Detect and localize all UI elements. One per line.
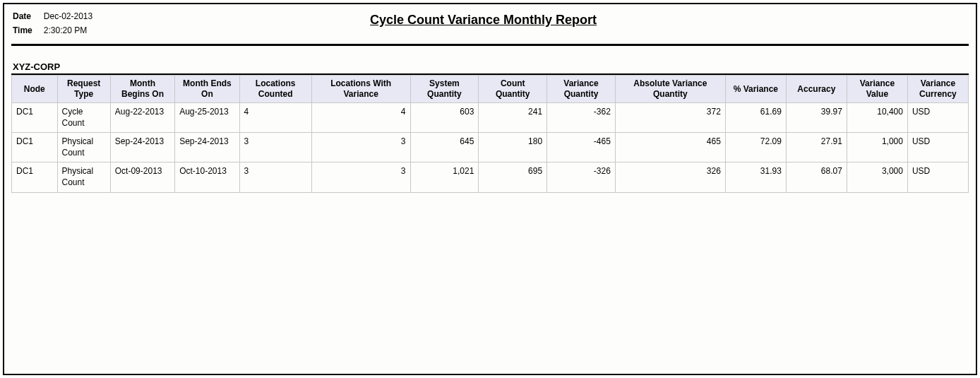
cell-month-begins: Sep-24-2013 [110, 133, 174, 163]
col-variance-currency: Variance Currency [907, 76, 968, 103]
cell-count-quantity: 695 [479, 163, 547, 192]
table-header-row: Node Request Type Month Begins On Month … [12, 76, 969, 103]
cell-accuracy: 39.97 [786, 103, 847, 133]
cell-system-quantity: 1,021 [410, 163, 479, 192]
header-separator [11, 44, 969, 46]
cell-count-quantity: 180 [479, 133, 547, 163]
cell-request-type: Cycle Count [57, 103, 110, 133]
report-header: Date Dec-02-2013 Time 2:30:20 PM Cycle C… [11, 8, 969, 41]
cell-locations-with-variance: 4 [311, 103, 410, 133]
cell-node: DC1 [12, 133, 58, 163]
col-abs-variance-quantity: Absolute Variance Quantity [615, 76, 725, 103]
col-request-type: Request Type [57, 76, 110, 103]
cell-node: DC1 [12, 103, 58, 133]
date-value: Dec-02-2013 [44, 10, 102, 23]
cell-variance-value: 1,000 [847, 133, 907, 163]
date-label: Date [13, 10, 42, 23]
cell-month-begins: Aug-22-2013 [110, 103, 174, 133]
col-locations-with-variance: Locations With Variance [311, 76, 410, 103]
col-month-ends: Month Ends On [175, 76, 239, 103]
table-row: DC1Physical CountSep-24-2013Sep-24-20133… [12, 133, 969, 163]
cell-locations-counted: 3 [239, 163, 311, 192]
cell-request-type: Physical Count [57, 163, 110, 192]
cell-pct-variance: 72.09 [725, 133, 786, 163]
cell-node: DC1 [12, 163, 58, 192]
cell-absolute-variance-quantity: 465 [615, 133, 725, 163]
cell-variance-quantity: -326 [547, 163, 616, 192]
cell-locations-counted: 3 [239, 133, 311, 163]
col-count-quantity: Count Quantity [479, 76, 547, 103]
corp-name: XYZ-CORP [13, 61, 969, 72]
cell-variance-currency: USD [907, 163, 968, 192]
cell-system-quantity: 645 [410, 133, 479, 163]
col-node: Node [12, 76, 58, 103]
cell-pct-variance: 31.93 [725, 163, 786, 192]
report-frame: Date Dec-02-2013 Time 2:30:20 PM Cycle C… [3, 3, 977, 375]
col-locations-counted: Locations Counted [239, 76, 311, 103]
cell-variance-currency: USD [907, 103, 968, 133]
time-label: Time [13, 24, 42, 37]
time-value: 2:30:20 PM [44, 24, 102, 37]
cell-count-quantity: 241 [479, 103, 547, 133]
table-row: DC1Physical CountOct-09-2013Oct-10-20133… [12, 163, 969, 192]
cell-system-quantity: 603 [410, 103, 479, 133]
cell-locations-counted: 4 [239, 103, 311, 133]
cell-pct-variance: 61.69 [725, 103, 786, 133]
cell-accuracy: 68.07 [786, 163, 847, 192]
cell-locations-with-variance: 3 [311, 163, 410, 192]
cell-accuracy: 27.91 [786, 133, 847, 163]
report-meta: Date Dec-02-2013 Time 2:30:20 PM [11, 8, 104, 38]
col-month-begins: Month Begins On [110, 76, 174, 103]
col-variance-value: Variance Value [847, 76, 907, 103]
report-title: Cycle Count Variance Monthly Report [370, 13, 597, 28]
cell-request-type: Physical Count [57, 133, 110, 163]
cell-month-ends: Oct-10-2013 [175, 163, 239, 192]
cell-variance-quantity: -362 [547, 103, 616, 133]
cell-month-begins: Oct-09-2013 [110, 163, 174, 192]
cell-locations-with-variance: 3 [311, 133, 410, 163]
cell-variance-currency: USD [907, 133, 968, 163]
col-pct-variance: % Variance [725, 76, 786, 103]
cell-variance-value: 10,400 [847, 103, 907, 133]
col-system-quantity: System Quantity [410, 76, 479, 103]
variance-table: Node Request Type Month Begins On Month … [11, 75, 969, 193]
col-variance-quantity: Variance Quantity [547, 76, 616, 103]
cell-variance-value: 3,000 [847, 163, 907, 192]
col-accuracy: Accuracy [786, 76, 847, 103]
cell-absolute-variance-quantity: 326 [615, 163, 725, 192]
table-row: DC1Cycle CountAug-22-2013Aug-25-20134460… [12, 103, 969, 133]
cell-month-ends: Aug-25-2013 [175, 103, 239, 133]
cell-month-ends: Sep-24-2013 [175, 133, 239, 163]
cell-variance-quantity: -465 [547, 133, 616, 163]
cell-absolute-variance-quantity: 372 [615, 103, 725, 133]
